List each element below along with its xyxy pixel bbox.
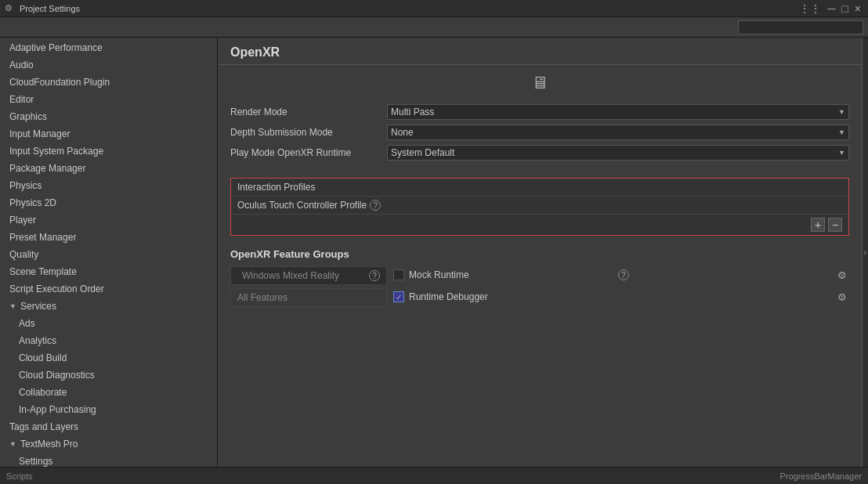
windows-mixed-reality-item: Windows Mixed Reality ? xyxy=(230,266,387,285)
sidebar-label-player: Player xyxy=(9,215,36,226)
monitor-icon: 🖥 xyxy=(531,73,548,93)
main-layout: Adaptive PerformanceAudioCloudFoundation… xyxy=(0,38,868,467)
sidebar-label-script-execution-order: Script Execution Order xyxy=(9,284,104,294)
render-mode-dropdown[interactable]: Multi Pass ▼ xyxy=(387,104,849,120)
sidebar-label-input-manager: Input Manager xyxy=(9,128,70,139)
sidebar-label-cloud-foundation-plugin: CloudFoundation Plugin xyxy=(9,77,110,88)
depth-submission-value: None xyxy=(391,127,414,138)
depth-submission-arrow: ▼ xyxy=(838,128,845,136)
sidebar-label-in-app-purchasing: In-App Purchasing xyxy=(19,404,96,415)
controller-profile-label: Oculus Touch Controller Profile xyxy=(237,200,367,211)
sidebar-item-tags-and-layers[interactable]: Tags and Layers xyxy=(0,418,217,435)
render-mode-value: Multi Pass xyxy=(391,107,434,117)
sidebar-label-cloud-diagnostics: Cloud Diagnostics xyxy=(19,370,95,381)
all-features-label: All Features xyxy=(237,292,288,303)
minimize-button[interactable]: ─ xyxy=(825,2,837,15)
depth-submission-label: Depth Submission Mode xyxy=(230,127,387,138)
mock-runtime-checkbox[interactable] xyxy=(393,269,404,280)
window-title: Project Settings xyxy=(20,4,797,13)
sidebar-item-adaptive-performance[interactable]: Adaptive Performance xyxy=(0,39,217,56)
sidebar-item-services[interactable]: ▼Services xyxy=(0,298,217,315)
sidebar-item-physics[interactable]: Physics xyxy=(0,177,217,194)
search-input[interactable] xyxy=(742,23,859,32)
play-mode-runtime-dropdown[interactable]: System Default ▼ xyxy=(387,145,849,161)
bottom-right-text: ProgressBarManager xyxy=(779,471,862,481)
sidebar-item-textmesh-pro[interactable]: ▼TextMesh Pro xyxy=(0,435,217,453)
sidebar-item-settings[interactable]: Settings xyxy=(0,453,217,467)
sidebar-item-scene-template[interactable]: Scene Template xyxy=(0,263,217,280)
sidebar-label-editor: Editor xyxy=(9,94,34,105)
sidebar-label-preset-manager: Preset Manager xyxy=(9,232,76,243)
interaction-profiles-footer: + − xyxy=(231,214,848,235)
play-mode-runtime-row: Play Mode OpenXR Runtime System Default … xyxy=(230,145,849,161)
sidebar-label-graphics: Graphics xyxy=(9,111,47,122)
sidebar-label-audio: Audio xyxy=(9,60,34,70)
feature-groups-right: Mock Runtime ? ⚙ ✓ Runtime Debugger ⚙ xyxy=(393,266,849,310)
render-mode-arrow: ▼ xyxy=(838,108,845,116)
settings-icon: ⚙ xyxy=(5,3,16,14)
render-mode-label: Render Mode xyxy=(230,107,387,117)
sidebar-item-ads[interactable]: Ads xyxy=(0,315,217,332)
right-handle-icon: › xyxy=(864,248,866,257)
sidebar-label-physics-2d: Physics 2D xyxy=(9,197,56,208)
all-features-item[interactable]: All Features xyxy=(230,288,387,307)
sidebar-item-in-app-purchasing[interactable]: In-App Purchasing xyxy=(0,401,217,418)
sidebar-item-preset-manager[interactable]: Preset Manager xyxy=(0,229,217,246)
sidebar-item-cloud-diagnostics[interactable]: Cloud Diagnostics xyxy=(0,367,217,384)
windows-mixed-reality-label: Windows Mixed Reality xyxy=(242,270,366,281)
sidebar-item-input-manager[interactable]: Input Manager xyxy=(0,125,217,143)
sidebar-item-editor[interactable]: Editor xyxy=(0,91,217,108)
menu-dots[interactable]: ⋮⋮ xyxy=(797,2,823,15)
runtime-debugger-row: ✓ Runtime Debugger ⚙ xyxy=(393,288,849,305)
close-button[interactable]: × xyxy=(852,2,863,15)
sidebar-item-analytics[interactable]: Analytics xyxy=(0,332,217,349)
monitor-icon-wrapper: 🖥 xyxy=(218,65,862,98)
sidebar-label-analytics: Analytics xyxy=(19,335,56,346)
sidebar-item-player[interactable]: Player xyxy=(0,211,217,229)
settings-section: Render Mode Multi Pass ▼ Depth Submissio… xyxy=(218,98,862,172)
runtime-debugger-checkbox[interactable]: ✓ xyxy=(393,291,404,302)
play-mode-runtime-label: Play Mode OpenXR Runtime xyxy=(230,147,387,158)
maximize-button[interactable]: □ xyxy=(839,2,850,15)
bottom-bar: Scripts ProgressBarManager xyxy=(0,467,868,484)
sidebar-label-tags-and-layers: Tags and Layers xyxy=(9,421,78,432)
sidebar-label-collaborate: Collaborate xyxy=(19,387,67,398)
sidebar-label-input-system-package: Input System Package xyxy=(9,146,103,157)
sidebar-item-cloud-build[interactable]: Cloud Build xyxy=(0,349,217,367)
feature-groups-header: OpenXR Feature Groups xyxy=(230,248,849,260)
remove-profile-button[interactable]: − xyxy=(828,218,842,232)
sidebar-item-script-execution-order[interactable]: Script Execution Order xyxy=(0,280,217,298)
sidebar-item-graphics[interactable]: Graphics xyxy=(0,108,217,125)
sidebar-label-cloud-build: Cloud Build xyxy=(19,352,67,363)
windows-mixed-reality-help[interactable]: ? xyxy=(369,270,380,281)
interaction-profiles-box: Interaction Profiles Oculus Touch Contro… xyxy=(230,178,849,236)
content-area: OpenXR 🖥 Render Mode Multi Pass ▼ Depth … xyxy=(218,38,862,467)
sidebar-label-adaptive-performance: Adaptive Performance xyxy=(9,42,103,53)
right-collapse-handle[interactable]: › xyxy=(862,38,868,467)
title-bar: ⚙ Project Settings ⋮⋮ ─ □ × xyxy=(0,0,868,17)
feature-groups-layout: Windows Mixed Reality ? All Features Moc… xyxy=(230,266,849,310)
mock-runtime-gear[interactable]: ⚙ xyxy=(835,268,849,282)
mock-runtime-label: Mock Runtime xyxy=(409,269,615,280)
controller-profile-help[interactable]: ? xyxy=(370,200,381,211)
window-controls: ⋮⋮ ─ □ × xyxy=(797,2,863,15)
sidebar-label-quality: Quality xyxy=(9,249,38,260)
sidebar-item-input-system-package[interactable]: Input System Package xyxy=(0,143,217,160)
search-wrapper xyxy=(738,20,863,34)
sidebar-item-collaborate[interactable]: Collaborate xyxy=(0,384,217,401)
sidebar-item-cloud-foundation-plugin[interactable]: CloudFoundation Plugin xyxy=(0,74,217,91)
play-mode-runtime-value: System Default xyxy=(391,147,454,158)
feature-groups-left: Windows Mixed Reality ? All Features xyxy=(230,266,387,310)
add-profile-button[interactable]: + xyxy=(811,218,825,232)
sidebar-item-physics-2d[interactable]: Physics 2D xyxy=(0,194,217,211)
sidebar-item-audio[interactable]: Audio xyxy=(0,56,217,74)
feature-groups-section: OpenXR Feature Groups Windows Mixed Real… xyxy=(218,242,862,316)
search-bar xyxy=(0,17,868,38)
sidebar-item-package-manager[interactable]: Package Manager xyxy=(0,160,217,177)
mock-runtime-help[interactable]: ? xyxy=(618,269,629,280)
sidebar-item-quality[interactable]: Quality xyxy=(0,246,217,263)
sidebar-label-physics: Physics xyxy=(9,180,42,191)
runtime-debugger-gear[interactable]: ⚙ xyxy=(835,290,849,304)
depth-submission-dropdown[interactable]: None ▼ xyxy=(387,125,849,140)
depth-submission-row: Depth Submission Mode None ▼ xyxy=(230,125,849,140)
